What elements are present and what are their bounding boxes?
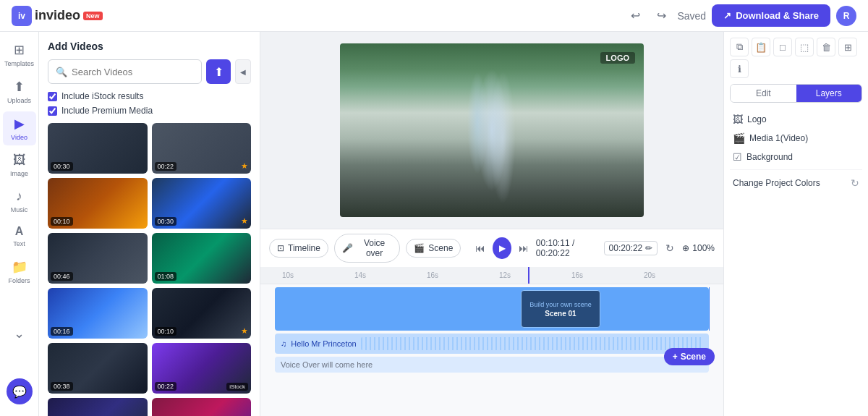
list-item[interactable]: 00:16 [48, 288, 148, 339]
istock-checkbox[interactable] [48, 92, 57, 101]
scene-track[interactable]: Build your own scene Scene 01 [275, 287, 709, 331]
undo-button[interactable]: ↩ [625, 6, 645, 26]
zoom-icon: ⊕ [682, 243, 689, 253]
waterfall-visual [340, 43, 644, 217]
text-label: Text [13, 240, 25, 247]
info-tool-button[interactable]: ℹ [730, 59, 749, 78]
sidebar-item-text[interactable]: A Text [3, 221, 36, 252]
redo-button[interactable]: ↪ [651, 6, 671, 26]
premium-checkbox-row: Include Premium Media [48, 106, 251, 116]
scene-tab[interactable]: 🎬 Scene [406, 239, 461, 258]
logo: iv invideo New [12, 6, 103, 26]
topbar: iv invideo New ↩ ↪ Saved ↗ Download & Sh… [0, 0, 868, 32]
delete-tool-button[interactable]: 🗑 [817, 38, 835, 56]
list-item[interactable]: 01:09 [48, 398, 148, 416]
music-note-icon: ♫ [281, 339, 286, 348]
sidebar-item-uploads[interactable]: ⬆ Uploads [3, 75, 36, 109]
frame-tool-button[interactable]: ⬚ [795, 38, 814, 56]
list-item[interactable]: 00:10★ [152, 288, 252, 339]
rp-toolbar: ⧉ 📋 □ ⬚ 🗑 ⊞ ℹ [730, 38, 862, 78]
right-panel: ⧉ 📋 □ ⬚ 🗑 ⊞ ℹ Edit Layers 🖼 Logo 🎬 Media… [723, 32, 868, 416]
image-label: Image [10, 170, 28, 177]
layer-logo[interactable]: 🖼 Logo [730, 110, 862, 129]
sidebar-item-more[interactable]: ⌄ [3, 321, 36, 346]
videos-sidebar: Add Videos 🔍 ⬆ ◀ Include iStock results … [39, 32, 260, 416]
ruler-mark-14s: 14s [354, 271, 366, 279]
new-badge: New [83, 12, 103, 20]
scene-tab-label: Scene [428, 243, 453, 253]
sidebar-item-templates[interactable]: ⊞ Templates [3, 38, 36, 72]
chat-button[interactable]: 💬 [7, 378, 33, 404]
tab-edit[interactable]: Edit [731, 85, 796, 102]
list-item[interactable]: 00:10 [48, 178, 148, 229]
skip-back-button[interactable]: ⏮ [472, 239, 488, 258]
sidebar-item-video[interactable]: ▶ Video [3, 111, 36, 145]
istock-label: Include iStock results [61, 91, 143, 101]
playhead[interactable] [528, 267, 529, 284]
zoom-value: 100% [692, 243, 715, 253]
templates-icon: ⊞ [14, 42, 25, 58]
voiceover-tab-label: Voice over [357, 238, 392, 258]
timeline-ruler: 10s 14s 16s 12s 16s 20s [260, 267, 723, 284]
divider [730, 169, 862, 170]
time-input[interactable]: 00:20:22 ✏ [604, 241, 658, 255]
ruler-mark-16s: 16s [427, 271, 438, 279]
folders-icon: 📁 [12, 259, 27, 275]
main-layout: ⊞ Templates ⬆ Uploads ▶ Video 🖼 Image ♪ … [0, 32, 868, 416]
grid-tool-button[interactable]: ⊞ [838, 38, 857, 56]
add-scene-button[interactable]: + Scene [664, 348, 715, 365]
sidebar-item-music[interactable]: ♪ Music [3, 184, 36, 218]
square-tool-button[interactable]: □ [773, 38, 792, 56]
video-grid: 00:30 00:22★ 00:10 00:30★ 00:46 01:08 00… [48, 123, 251, 416]
ruler-mark-20s: 20s [644, 271, 655, 279]
upload-button[interactable]: ⬆ [206, 59, 231, 84]
sidebar-item-image[interactable]: 🖼 Image [3, 148, 36, 182]
more-icon: ⌄ [14, 326, 25, 341]
voiceover-tab[interactable]: 🎤 Voice over [334, 234, 400, 263]
premium-label: Include Premium Media [61, 106, 153, 116]
list-item[interactable]: 00:30★ [152, 178, 252, 229]
search-input[interactable] [72, 67, 194, 77]
layer-background[interactable]: ☑ Background [730, 148, 862, 166]
download-label: Download & Share [736, 10, 819, 21]
logo-layer-icon: 🖼 [733, 114, 743, 125]
search-row: 🔍 ⬆ ◀ [48, 59, 251, 84]
ruler-mark-10s: 10s [282, 271, 294, 279]
sidebar-item-folders[interactable]: 📁 Folders [3, 255, 36, 289]
voiceover-track[interactable]: Voice Over will come here [275, 357, 709, 373]
play-button[interactable]: ▶ [493, 237, 511, 259]
paste-tool-button[interactable]: 📋 [752, 38, 770, 56]
list-item[interactable]: 00:22★ [152, 123, 252, 174]
download-share-button[interactable]: ↗ Download & Share [712, 4, 830, 27]
list-item[interactable]: 00:22iStock [152, 343, 252, 394]
layer-media1[interactable]: 🎬 Media 1(Video) [730, 129, 862, 148]
add-scene-label: Scene [681, 352, 706, 362]
avatar[interactable]: R [836, 6, 856, 26]
add-scene-icon: + [673, 352, 678, 362]
premium-checkbox[interactable] [48, 106, 57, 116]
collapse-sidebar-button[interactable]: ◀ [235, 59, 251, 84]
list-item[interactable]: 00:30 [48, 123, 148, 174]
list-item[interactable]: 00:46 [48, 233, 148, 284]
left-nav: ⊞ Templates ⬆ Uploads ▶ Video 🖼 Image ♪ … [0, 32, 39, 416]
tab-layers[interactable]: Layers [796, 85, 862, 102]
text-icon: A [15, 225, 24, 238]
list-item[interactable]: 01:15 [152, 398, 252, 416]
skip-forward-button[interactable]: ⏭ [516, 239, 532, 258]
audio-label: Hello Mr Princeton [291, 339, 356, 348]
list-item[interactable]: 01:08 [152, 233, 252, 284]
chat-icon: 💬 [12, 385, 27, 399]
refresh-button[interactable]: ↻ [662, 239, 678, 258]
audio-track[interactable]: ♫ Hello Mr Princeton [275, 334, 709, 354]
image-icon: 🖼 [13, 153, 26, 168]
playback-controls: ⏮ ▶ ⏭ 00:10:11 / 00:20:22 00:20:22 ✏ ↻ ⊕… [472, 237, 715, 259]
sidebar-title: Add Videos [48, 41, 251, 52]
list-item[interactable]: 00:38 [48, 343, 148, 394]
change-project-colors[interactable]: Change Project Colors ↻ [730, 173, 862, 193]
timeline-tab[interactable]: ⊡ Timeline [269, 239, 328, 258]
edit-layers-tabs: Edit Layers [730, 84, 862, 103]
copy-tool-button[interactable]: ⧉ [730, 38, 749, 56]
zoom-display: ⊕ 100% [682, 243, 715, 253]
timeline-area: 10s 14s 16s 12s 16s 20s 00:20:22 ✏ ↻ ⧉ ✂… [260, 267, 723, 416]
edit-time-value: 00:20:22 [609, 243, 643, 253]
